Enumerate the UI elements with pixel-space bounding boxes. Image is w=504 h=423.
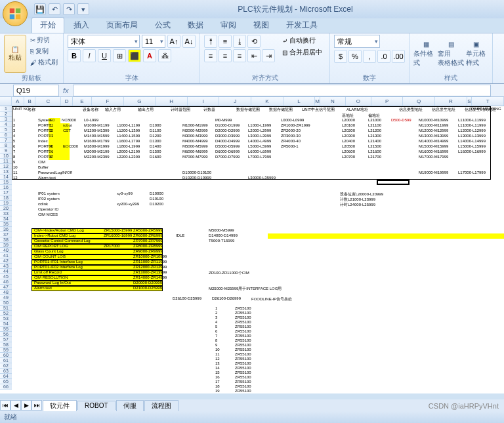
sheet-tab-2[interactable]: 伺服 — [116, 400, 144, 411]
format-painter-button[interactable]: 🖌格式刷 — [29, 57, 59, 68]
tab-home[interactable]: 开始 — [32, 17, 64, 33]
fill-color-button[interactable]: ⬛ — [128, 49, 141, 62]
cond-format-icon: ▦ — [423, 41, 429, 48]
hdr-name: 名称 — [28, 107, 35, 113]
merge-icon: ⊟ — [282, 49, 287, 56]
scissors-icon: ✂ — [30, 37, 35, 44]
grow-font-button[interactable]: A↑ — [167, 35, 180, 48]
indent-dec-button[interactable]: ⇤ — [247, 49, 261, 62]
sheet-nav-last[interactable]: ⏭ — [32, 400, 42, 411]
format-table-button[interactable]: ▤套用 表格格式 — [438, 35, 463, 73]
bold-button[interactable]: B — [68, 49, 81, 62]
title-bar: 💾 ↶ ↷ ▾ PLC软元件规划 - Microsoft Excel — [0, 0, 504, 18]
quick-access-toolbar: 💾 ↶ ↷ ▾ — [34, 3, 89, 15]
group-clipboard-label: 剪贴板 — [0, 73, 63, 83]
sheet-nav-prev[interactable]: ◀ — [10, 400, 21, 411]
cell-style-icon: ▣ — [473, 41, 479, 48]
group-font-label: 字体 — [64, 73, 200, 83]
redo-icon[interactable]: ↷ — [63, 3, 75, 15]
shrink-font-button[interactable]: A↓ — [182, 35, 196, 48]
formula-input[interactable] — [73, 85, 491, 96]
number-format-combo[interactable]: 常规 — [334, 35, 380, 48]
group-styles-label: 样式 — [410, 73, 492, 83]
italic-button[interactable]: I — [83, 49, 96, 62]
formula-bar: Q19 fx — [0, 84, 504, 97]
paste-button[interactable]: 📋 粘贴 — [4, 35, 26, 73]
orientation-button[interactable]: ⟲ — [247, 35, 261, 48]
font-color-button[interactable]: A — [143, 49, 156, 62]
font-name-combo[interactable]: 宋体 — [68, 35, 140, 48]
border-button[interactable]: ⊞ — [113, 49, 126, 62]
dec-decimal-button[interactable]: .00 — [392, 50, 405, 63]
brush-icon: 🖌 — [30, 59, 37, 66]
ribbon: 📋 粘贴 ✂剪切 ⎘复制 🖌格式刷 剪贴板 宋体 11 A↑ A↓ B I U … — [0, 33, 504, 84]
align-right-button[interactable]: ≡ — [233, 49, 246, 62]
tab-data[interactable]: 数据 — [180, 18, 211, 33]
indent-inc-button[interactable]: ⇥ — [262, 49, 275, 62]
sheet-tab-0[interactable]: 软元件 — [43, 400, 77, 411]
qat-more-icon[interactable]: ▾ — [77, 3, 89, 15]
ribbon-tabs: 开始 插入 页面布局 公式 数据 审阅 视图 开发工具 — [0, 18, 504, 33]
watermark: CSDN @iaHRPyVHnt — [429, 402, 499, 410]
undo-icon[interactable]: ↶ — [49, 3, 60, 15]
svg-rect-1 — [16, 9, 20, 13]
tab-view[interactable]: 视图 — [245, 18, 277, 33]
wrap-icon: ⤶ — [282, 37, 287, 45]
tab-layout[interactable]: 页面布局 — [98, 18, 146, 33]
cut-button[interactable]: ✂剪切 — [29, 35, 59, 45]
sheet-tab-1[interactable]: ROBOT — [77, 401, 116, 410]
tab-formula[interactable]: 公式 — [147, 18, 178, 33]
inc-decimal-button[interactable]: .0 — [377, 50, 390, 63]
tab-insert[interactable]: 插入 — [66, 18, 97, 33]
tab-review[interactable]: 审阅 — [213, 18, 244, 33]
clipboard-icon: 📋 — [11, 46, 19, 53]
copy-button[interactable]: ⎘复制 — [29, 46, 59, 56]
sheet-tab-3[interactable]: 流程图 — [144, 400, 178, 411]
sheet-nav-next[interactable]: ▶ — [21, 400, 32, 411]
copy-icon: ⎘ — [30, 48, 34, 55]
active-cell-selection — [377, 180, 410, 185]
group-align-label: 对齐方式 — [200, 73, 329, 83]
merge-center-button[interactable]: ⊟合并后居中 — [279, 47, 326, 58]
phonetic-button[interactable]: ⁂ — [158, 49, 171, 62]
comma-button[interactable]: , — [363, 50, 376, 63]
status-bar: 就绪 — [0, 411, 504, 423]
highlight-row — [268, 233, 504, 239]
cells-area[interactable]: UNIT NO 名称 设备名称 输入占用 输出占用 计时器范围 计数器 数据存储… — [12, 106, 504, 393]
tab-dev[interactable]: 开发工具 — [278, 18, 326, 33]
save-icon[interactable]: 💾 — [34, 3, 46, 15]
office-button[interactable] — [3, 1, 28, 26]
row-headers[interactable]: 1234567891011121314151617181920333435363… — [0, 106, 12, 390]
currency-button[interactable]: $ — [334, 50, 347, 63]
svg-rect-2 — [10, 14, 14, 19]
worksheet-grid[interactable]: AB CD EF GH IJ KL MN OP QR ST 1234567891… — [0, 97, 504, 393]
svg-rect-0 — [10, 9, 14, 13]
underline-button[interactable]: U — [98, 49, 111, 62]
cell-styles-button[interactable]: ▣单元格 样式 — [463, 35, 488, 73]
column-headers[interactable]: AB CD EF GH IJ KL MN OP QR ST — [0, 97, 504, 106]
font-size-combo[interactable]: 11 — [142, 35, 165, 48]
wrap-text-button[interactable]: ⤶自动换行 — [279, 35, 326, 47]
status-text: 就绪 — [4, 413, 17, 422]
svg-rect-3 — [16, 14, 20, 19]
table-icon: ▤ — [448, 41, 454, 48]
align-bottom-button[interactable]: ⭳ — [233, 35, 246, 48]
conditional-format-button[interactable]: ▦条件格式 — [413, 35, 438, 73]
window-title: PLC软元件规划 - Microsoft Excel — [89, 4, 501, 15]
percent-button[interactable]: % — [348, 50, 362, 63]
group-number-label: 数字 — [330, 73, 409, 83]
align-left-button[interactable]: ≡ — [204, 49, 217, 62]
align-middle-button[interactable]: ≡ — [219, 35, 232, 48]
fx-icon[interactable]: fx — [63, 87, 69, 94]
align-top-button[interactable]: ⭱ — [204, 35, 217, 48]
name-box[interactable]: Q19 — [13, 85, 59, 96]
sheet-nav-first[interactable]: ⏮ — [0, 400, 10, 411]
align-center-button[interactable]: ≡ — [219, 49, 232, 62]
hdr-unitno: UNIT NO — [13, 107, 30, 111]
